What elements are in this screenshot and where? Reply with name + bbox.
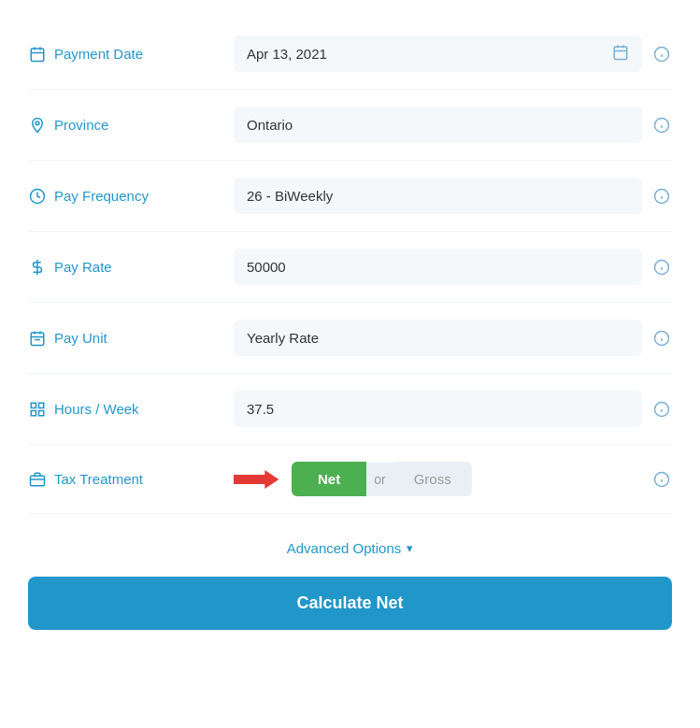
clock-icon [28, 187, 47, 206]
province-input-wrapper [234, 107, 642, 143]
tax-treatment-row: Tax Treatment Net or Gross [28, 445, 672, 514]
province-info-icon[interactable] [651, 115, 672, 136]
hours-week-row: Hours / Week [28, 374, 672, 445]
province-label: Province [28, 116, 234, 135]
toggle-or-label: or [366, 463, 393, 496]
pay-unit-label: Pay Unit [28, 329, 234, 348]
net-toggle-button[interactable]: Net [292, 462, 366, 496]
pay-unit-row: Pay Unit [28, 303, 672, 374]
payment-date-input[interactable] [234, 36, 608, 72]
pay-rate-row: Pay Rate [28, 232, 672, 303]
calculate-net-button[interactable]: Calculate Net [28, 577, 672, 630]
svg-rect-34 [39, 410, 44, 415]
pay-unit-info-icon[interactable] [651, 328, 672, 349]
calendar2-icon [28, 329, 47, 348]
pay-rate-info-icon[interactable] [651, 257, 672, 278]
payment-date-row: Payment Date [28, 19, 672, 90]
pay-rate-input-wrapper [234, 249, 642, 285]
svg-rect-33 [31, 410, 36, 415]
payment-date-label: Payment Date [28, 45, 234, 64]
province-input[interactable] [234, 107, 642, 143]
advanced-options-row: Advanced Options ▾ [28, 514, 672, 573]
pay-rate-label: Pay Rate [28, 258, 234, 277]
pay-frequency-row: Pay Frequency [28, 161, 672, 232]
svg-rect-4 [614, 47, 627, 60]
svg-rect-31 [31, 403, 36, 407]
arrow-indicator [234, 465, 280, 493]
pay-rate-input[interactable] [234, 249, 642, 285]
svg-rect-32 [39, 403, 44, 407]
svg-point-11 [36, 121, 39, 124]
pay-frequency-info-icon[interactable] [651, 186, 672, 207]
svg-rect-38 [31, 476, 45, 486]
tax-treatment-toggle-area: Net or Gross [234, 462, 642, 496]
pay-frequency-label: Pay Frequency [28, 187, 234, 206]
location-pin-icon [28, 116, 47, 135]
chevron-down-icon: ▾ [407, 541, 413, 555]
svg-rect-0 [31, 49, 44, 62]
pay-unit-input-wrapper [234, 320, 642, 356]
payment-date-info-icon[interactable] [651, 44, 672, 64]
dollar-icon [28, 258, 47, 277]
toggle-wrapper: Net or Gross [234, 462, 642, 496]
hours-week-label: Hours / Week [28, 400, 234, 419]
tax-treatment-label: Tax Treatment [28, 470, 234, 489]
hours-week-input-wrapper [234, 391, 642, 427]
gross-toggle-button[interactable]: Gross [393, 462, 472, 496]
advanced-options-button[interactable]: Advanced Options ▾ [287, 540, 414, 556]
briefcase-icon [28, 470, 47, 489]
date-input-container [234, 36, 642, 72]
grid-icon [28, 400, 47, 419]
calendar-label-icon [28, 45, 47, 64]
hours-week-input[interactable] [234, 391, 642, 427]
calendar-picker-button[interactable] [608, 40, 633, 68]
pay-frequency-input-wrapper [234, 178, 642, 214]
payment-date-input-wrapper [234, 36, 642, 72]
pay-unit-input[interactable] [234, 320, 642, 356]
pay-frequency-input[interactable] [234, 178, 642, 214]
tax-treatment-info-icon[interactable] [651, 469, 672, 490]
province-row: Province [28, 90, 672, 161]
hours-week-info-icon[interactable] [651, 399, 672, 420]
svg-marker-41 [234, 470, 279, 489]
